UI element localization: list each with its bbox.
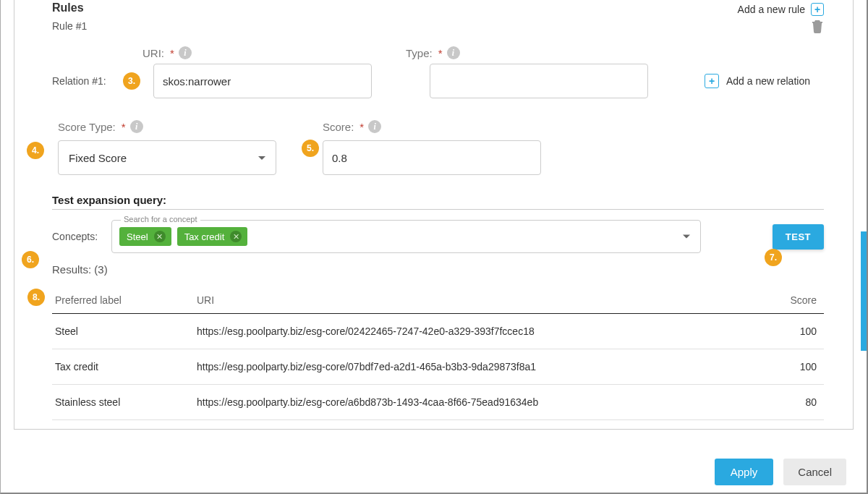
cell-score: 100 <box>759 325 824 337</box>
col-score: Score <box>759 294 824 306</box>
concepts-input[interactable]: Search for a concept Steel✕Tax credit✕ <box>111 220 701 253</box>
chip-remove-icon[interactable]: ✕ <box>154 231 166 242</box>
test-section-title: Test expansion query: <box>52 194 824 206</box>
info-icon[interactable]: i <box>130 120 143 133</box>
cell-uri: https://esg.poolparty.biz/esg-core/02422… <box>197 325 759 337</box>
chip-remove-icon[interactable]: ✕ <box>230 231 242 242</box>
plus-icon: + <box>811 3 824 16</box>
relation-uri-input[interactable] <box>153 64 372 98</box>
uri-label: URI:* i <box>142 46 361 59</box>
cell-uri: https://esg.poolparty.biz/esg-core/07bdf… <box>197 361 759 372</box>
cell-label: Stainless steel <box>52 396 197 408</box>
cancel-button[interactable]: Cancel <box>783 459 846 485</box>
score-type-label: Score Type:* i <box>58 120 276 133</box>
results-table: Preferred label URI Score Steelhttps://e… <box>52 286 824 420</box>
info-icon[interactable]: i <box>447 46 460 59</box>
table-row: Tax credithttps://esg.poolparty.biz/esg-… <box>52 349 824 385</box>
cell-label: Tax credit <box>52 361 197 372</box>
cell-label: Steel <box>52 325 197 337</box>
table-row: Stainless steelhttps://esg.poolparty.biz… <box>52 385 824 420</box>
plus-icon: + <box>705 74 719 88</box>
col-uri: URI <box>197 294 759 306</box>
chevron-down-icon <box>683 235 690 239</box>
test-button[interactable]: TEST <box>773 224 824 250</box>
info-icon[interactable]: i <box>368 120 381 133</box>
step-callout-7: 7. <box>765 249 782 266</box>
apply-button[interactable]: Apply <box>715 459 774 485</box>
concept-chip[interactable]: Tax credit✕ <box>177 227 248 246</box>
info-icon[interactable]: i <box>179 46 192 59</box>
results-title: Results: (3) <box>52 263 824 276</box>
concepts-label: Concepts: <box>52 231 103 242</box>
add-relation-label: Add a new relation <box>726 75 810 87</box>
concepts-placeholder: Search for a concept <box>121 215 200 223</box>
score-type-value: Fixed Score <box>69 152 127 164</box>
cell-score: 100 <box>759 361 824 372</box>
add-rule-label: Add a new rule <box>738 4 805 15</box>
concept-chip[interactable]: Steel✕ <box>119 227 171 246</box>
step-callout-4: 4. <box>27 142 44 159</box>
score-label: Score:* i <box>323 120 541 133</box>
add-rule-button[interactable]: Add a new rule + <box>738 3 824 16</box>
rule-caption: Rule #1 <box>52 20 87 32</box>
cell-uri: https://esg.poolparty.biz/esg-core/a6bd8… <box>197 396 759 408</box>
step-callout-6: 6. <box>22 251 39 268</box>
chevron-down-icon <box>258 156 265 160</box>
add-relation-button[interactable]: + Add a new relation <box>705 74 810 88</box>
scrollbar-accent[interactable] <box>861 231 867 351</box>
table-row: Steelhttps://esg.poolparty.biz/esg-core/… <box>52 314 824 349</box>
relation-type-input[interactable] <box>430 64 648 98</box>
score-input[interactable] <box>323 140 541 175</box>
cell-score: 80 <box>759 396 824 408</box>
delete-rule-button[interactable] <box>811 19 824 33</box>
rules-heading: Rules <box>52 1 84 14</box>
type-label: Type:* i <box>406 46 624 59</box>
relation-row-label: Relation #1: <box>52 75 110 87</box>
col-preferred-label: Preferred label <box>52 294 197 306</box>
step-callout-3: 3. <box>123 72 140 90</box>
chip-label: Steel <box>127 231 148 242</box>
score-type-select[interactable]: Fixed Score <box>58 140 276 175</box>
chip-label: Tax credit <box>184 231 225 242</box>
step-callout-8: 8. <box>27 289 45 306</box>
